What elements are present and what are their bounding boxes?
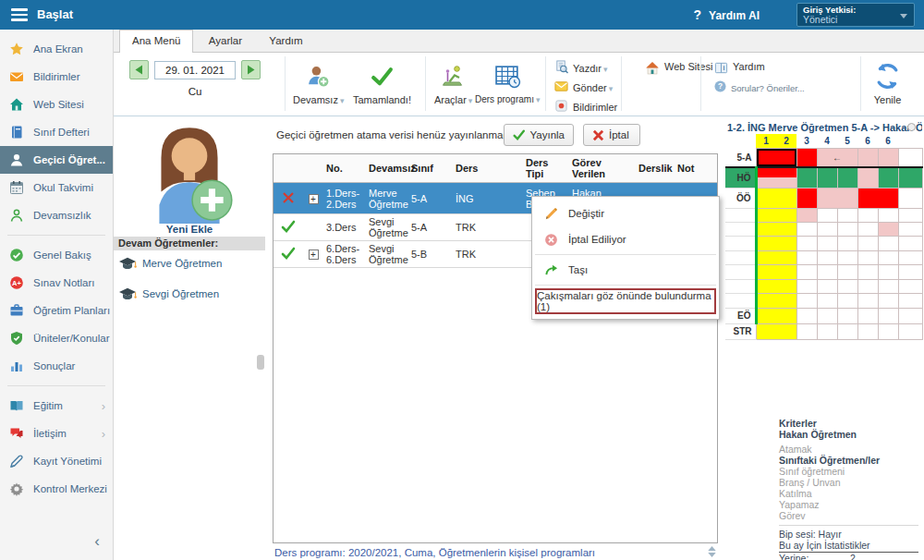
schedule-cell[interactable] [817, 279, 837, 293]
schedule-cell[interactable] [837, 167, 857, 188]
refresh-button[interactable]: Yenile [873, 57, 902, 105]
schedule-cell[interactable] [898, 167, 922, 188]
schedule-cell[interactable] [837, 323, 857, 339]
schedule-cell[interactable] [796, 323, 817, 339]
schedule-cell[interactable] [796, 308, 817, 323]
schedule-cell[interactable] [878, 250, 898, 264]
send-button[interactable]: Gönder▾ [554, 79, 617, 96]
tab-ayarlar[interactable]: Ayarlar [197, 30, 254, 52]
schedule-cell[interactable] [857, 250, 878, 264]
schedule-cell[interactable] [857, 148, 878, 167]
schedule-cell[interactable] [857, 167, 878, 188]
schedule-cell[interactable] [796, 293, 817, 308]
schedule-cell[interactable] [796, 222, 817, 236]
schedule-cell[interactable] [817, 264, 837, 279]
schedule-cell[interactable] [837, 250, 857, 264]
schedule-cell[interactable] [756, 323, 796, 339]
schedule-cell[interactable] [837, 293, 857, 308]
schedule-cell[interactable] [817, 208, 837, 222]
schedule-cell[interactable] [837, 308, 857, 323]
sidebar-item-kay-t-y-netimi[interactable]: Kayıt Yönetimi [0, 447, 113, 475]
schedule-cell[interactable] [878, 264, 898, 279]
sidebar-item-okul-takvimi[interactable]: Okul Takvimi [0, 174, 113, 201]
login-authority-dropdown[interactable]: Giriş Yetkisi: Yönetici [796, 3, 915, 27]
schedule-cell[interactable]: ← [817, 148, 857, 167]
help-ai-button[interactable]: ?Yardım AI [694, 0, 760, 30]
schedule-cell[interactable] [878, 279, 898, 293]
schedule-cell[interactable] [756, 279, 796, 293]
sidebar-item-bildirimler[interactable]: Bildirimler [0, 63, 113, 91]
schedule-cell[interactable] [898, 308, 922, 323]
schedule-cell[interactable] [837, 222, 857, 236]
sidebar-item-s-nav-notlar[interactable]: A+Sınav Notları [0, 269, 113, 297]
menu-item-cancelling[interactable]: İptal Ediliyor [532, 226, 719, 252]
schedule-cell[interactable] [898, 236, 922, 250]
expand-row-button[interactable]: + [309, 194, 319, 204]
schedule-cell[interactable] [817, 323, 837, 339]
menu-item-change[interactable]: Değiştir [532, 201, 719, 226]
schedule-cell[interactable] [796, 208, 817, 222]
schedule-cell[interactable] [756, 188, 796, 208]
schedule-cell[interactable] [796, 236, 817, 250]
schedule-cell[interactable] [837, 236, 857, 250]
schedule-cell[interactable] [756, 236, 796, 250]
completed-button[interactable]: Tamamlandı! [353, 57, 411, 105]
schedule-cell[interactable] [817, 293, 837, 308]
tab-yardim[interactable]: Yardım [257, 30, 314, 52]
notifications-button[interactable]: Bildirimler [554, 98, 617, 116]
schedule-cell[interactable] [837, 264, 857, 279]
schedule-cell[interactable] [817, 236, 837, 250]
schedule-cell[interactable] [898, 250, 922, 264]
schedule-cell[interactable] [857, 264, 878, 279]
add-new-label[interactable]: Yeni Ekle [114, 224, 265, 235]
date-input[interactable] [154, 61, 236, 79]
absent-button[interactable]: Devamsız▾ [293, 57, 344, 105]
schedule-cell[interactable] [796, 250, 817, 264]
menu-item-move[interactable]: Taşı [532, 257, 719, 283]
add-teacher-avatar[interactable] [137, 120, 242, 224]
spinner-control[interactable] [707, 545, 717, 560]
sidebar-item-e-itim[interactable]: Eğitim› [0, 392, 113, 420]
schedule-cell[interactable] [857, 208, 878, 222]
schedule-cell[interactable] [756, 250, 796, 264]
schedule-cell[interactable] [898, 188, 922, 208]
schedule-cell[interactable] [857, 188, 898, 208]
schedule-cell[interactable] [857, 323, 878, 339]
expand-row-button[interactable]: + [309, 250, 319, 260]
schedule-cell[interactable] [878, 208, 898, 222]
schedule-cell[interactable] [756, 308, 796, 323]
schedule-cell[interactable] [898, 264, 922, 279]
next-day-button[interactable] [241, 60, 261, 79]
schedule-cell[interactable] [796, 148, 817, 167]
schedule-cell[interactable] [756, 167, 796, 188]
schedule-cell[interactable] [756, 264, 796, 279]
sidebar-item-retim-planlar[interactable]: Öğretim Planları [0, 297, 113, 324]
sidebar-item-devams-zl-k[interactable]: Devamsızlık [0, 201, 113, 229]
schedule-cell[interactable] [878, 293, 898, 308]
schedule-cell[interactable] [837, 208, 857, 222]
schedule-cell[interactable] [878, 236, 898, 250]
schedule-cell[interactable] [756, 208, 796, 222]
schedule-cell[interactable] [878, 308, 898, 323]
print-button[interactable]: Yazdır▾ [554, 59, 617, 77]
timetable-button[interactable]: Ders programı▾ [475, 57, 540, 104]
schedule-cell[interactable] [817, 188, 857, 208]
schedule-cell[interactable] [878, 323, 898, 339]
schedule-cell[interactable] [898, 323, 922, 339]
questions-suggestions-button[interactable]: ? Sorular? Öneriler... [714, 80, 805, 95]
schedule-cell[interactable] [817, 250, 837, 264]
sidebar-item-web-sitesi[interactable]: Web Sitesi [0, 91, 113, 118]
teacher-item-merve-retmen[interactable]: Merve Öğretmen [118, 257, 222, 274]
schedule-cell[interactable] [898, 222, 922, 236]
schedule-cell[interactable] [857, 279, 878, 293]
teacher-item-sevgi-retmen[interactable]: Sevgi Öğretmen [118, 287, 219, 304]
schedule-cell[interactable] [817, 222, 837, 236]
scroll-handle-icon[interactable] [907, 123, 916, 131]
schedule-cell[interactable] [756, 293, 796, 308]
sidebar-collapse-button[interactable]: ‹ [94, 536, 100, 547]
schedule-cell[interactable] [857, 308, 878, 323]
schedule-cell[interactable] [878, 167, 898, 188]
schedule-cell[interactable] [898, 293, 922, 308]
schedule-cell[interactable] [837, 279, 857, 293]
sidebar-item-genel-bak[interactable]: Genel Bakış [0, 241, 113, 269]
